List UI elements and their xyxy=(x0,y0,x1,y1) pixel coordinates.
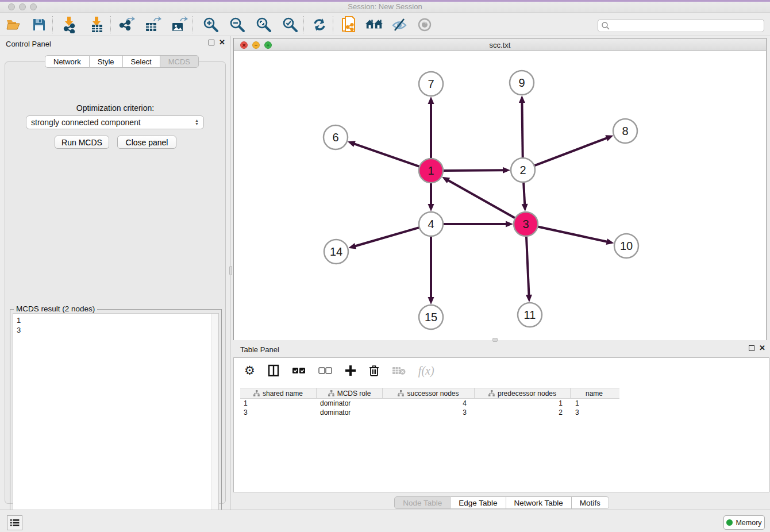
table-panel: Table Panel ✕ ⚙ f(x) shared name MCDS r xyxy=(233,342,770,509)
column-header-successor-nodes[interactable]: successor nodes xyxy=(383,388,475,398)
graph-edge[interactable] xyxy=(522,102,522,159)
first-neighbors-icon[interactable] xyxy=(365,16,383,34)
float-panel-icon[interactable] xyxy=(209,40,214,45)
show-columns-icon[interactable] xyxy=(268,364,279,377)
duplicate-network-icon[interactable] xyxy=(340,16,358,34)
float-panel-icon[interactable] xyxy=(749,345,754,351)
run-mcds-button[interactable]: Run MCDS xyxy=(55,136,109,149)
column-header-name[interactable]: name xyxy=(571,388,618,398)
memory-button[interactable]: Memory xyxy=(723,515,765,530)
save-session-icon[interactable] xyxy=(30,16,48,34)
column-header-predecessor-nodes[interactable]: predecessor nodes xyxy=(475,388,571,398)
mcds-result-group: MCDS result (2 nodes) 1 3 xyxy=(10,309,222,526)
graph-edge-arrowhead xyxy=(503,167,510,174)
mcds-result-scrollbar[interactable] xyxy=(211,314,218,523)
tab-motifs[interactable]: Motifs xyxy=(572,496,609,509)
cell-name[interactable]: 3 xyxy=(571,408,618,417)
tab-select[interactable]: Select xyxy=(123,55,160,68)
network-window-title: scc.txt xyxy=(234,41,766,49)
search-icon xyxy=(601,21,610,30)
mcds-result-title: MCDS result (2 nodes) xyxy=(14,304,97,313)
graph-node-label: 14 xyxy=(330,245,342,258)
search-input[interactable] xyxy=(610,20,764,31)
tab-node-table[interactable]: Node Table xyxy=(394,496,451,509)
export-network-icon[interactable] xyxy=(117,16,136,34)
graph-edge[interactable] xyxy=(442,170,504,171)
tab-mcds[interactable]: MCDS xyxy=(160,55,199,68)
graph-edge-arrowhead xyxy=(348,141,356,147)
search-box[interactable] xyxy=(598,19,764,32)
toolbar-separator xyxy=(110,16,111,33)
import-table-icon[interactable] xyxy=(88,16,106,34)
graph-node-label: 1 xyxy=(428,164,434,177)
graph-edge-arrowhead xyxy=(348,243,356,249)
column-type-icon xyxy=(253,390,260,396)
zoom-selected-icon[interactable] xyxy=(281,16,299,34)
zoom-in-icon[interactable] xyxy=(202,16,220,34)
control-panel-header: Control Panel ✕ xyxy=(0,36,230,52)
cell-mcds-role[interactable]: dominator xyxy=(317,408,383,417)
cell-successor-nodes[interactable]: 3 xyxy=(383,408,475,417)
column-header-mcds-role[interactable]: MCDS role xyxy=(317,388,383,398)
tab-style[interactable]: Style xyxy=(90,55,123,68)
cell-shared-name[interactable]: 3 xyxy=(240,408,317,417)
toolbar-separator xyxy=(192,16,193,33)
hide-selected-icon[interactable] xyxy=(390,16,409,34)
table-panel-body: ⚙ f(x) shared name MCDS role successor n… xyxy=(233,357,769,492)
task-history-button[interactable] xyxy=(7,515,22,530)
splitter-handle[interactable] xyxy=(492,338,498,342)
cell-predecessor-nodes[interactable]: 1 xyxy=(475,399,571,408)
window-title: Session: New Session xyxy=(0,2,770,11)
network-window-titlebar[interactable]: ✕ − + scc.txt xyxy=(234,38,766,51)
column-type-icon xyxy=(488,390,495,396)
network-graph[interactable]: 7968124314101511 xyxy=(234,51,766,340)
delete-column-icon[interactable] xyxy=(369,365,379,377)
cell-name[interactable]: 1 xyxy=(571,399,618,408)
cell-predecessor-nodes[interactable]: 2 xyxy=(475,408,571,417)
import-network-icon[interactable] xyxy=(60,16,79,34)
cell-mcds-role[interactable]: dominator xyxy=(317,399,383,408)
refresh-icon[interactable] xyxy=(310,16,329,34)
cell-successor-nodes[interactable]: 4 xyxy=(383,399,475,408)
graph-edge-arrowhead xyxy=(428,97,434,104)
graph-edge[interactable] xyxy=(537,226,608,242)
mcds-result-text[interactable]: 1 3 xyxy=(13,313,219,523)
tab-network[interactable]: Network xyxy=(45,55,90,68)
create-column-icon[interactable] xyxy=(345,365,356,376)
graph-edge[interactable] xyxy=(523,181,525,205)
open-session-icon[interactable] xyxy=(5,16,23,34)
cell-shared-name[interactable]: 1 xyxy=(240,399,317,408)
close-panel-icon[interactable]: ✕ xyxy=(219,40,225,45)
table-row[interactable]: 3 dominator 3 2 3 xyxy=(240,408,619,417)
unselect-all-columns-icon[interactable] xyxy=(318,367,332,375)
criterion-select[interactable]: strongly connected component ▲▼ xyxy=(26,115,204,129)
graph-node-label: 2 xyxy=(519,164,526,176)
node-table: shared name MCDS role successor nodes pr… xyxy=(240,388,619,417)
network-canvas[interactable]: 7968124314101511 xyxy=(234,51,766,340)
graph-edge[interactable] xyxy=(355,227,421,246)
toolbar-separator xyxy=(52,16,53,33)
tab-edge-table[interactable]: Edge Table xyxy=(451,496,506,509)
export-table-icon[interactable] xyxy=(144,16,162,34)
column-header-shared-name[interactable]: shared name xyxy=(240,388,317,398)
graph-edge[interactable] xyxy=(353,144,421,167)
zoom-out-icon[interactable] xyxy=(228,16,247,34)
table-tabs: Node Table Edge Table Network Table Moti… xyxy=(233,496,770,509)
show-all-icon[interactable] xyxy=(415,16,434,34)
export-image-icon[interactable] xyxy=(170,16,188,34)
zoom-fit-icon[interactable] xyxy=(255,16,273,34)
splitter-handle[interactable] xyxy=(229,266,232,275)
graph-edge[interactable] xyxy=(448,180,517,218)
graph-edge[interactable] xyxy=(526,235,529,296)
table-row[interactable]: 1 dominator 4 1 1 xyxy=(240,399,619,408)
select-all-columns-icon[interactable] xyxy=(292,367,306,375)
task-list-icon xyxy=(10,519,20,527)
close-panel-icon[interactable]: ✕ xyxy=(759,345,765,351)
close-panel-button[interactable]: Close panel xyxy=(117,136,176,149)
graph-edge[interactable] xyxy=(533,138,607,166)
memory-status-icon xyxy=(726,519,733,526)
graph-edge-arrowhead xyxy=(605,135,613,141)
tab-network-table[interactable]: Network Table xyxy=(506,496,572,509)
column-type-icon xyxy=(398,390,404,396)
table-settings-gear-icon[interactable]: ⚙ xyxy=(244,364,255,377)
